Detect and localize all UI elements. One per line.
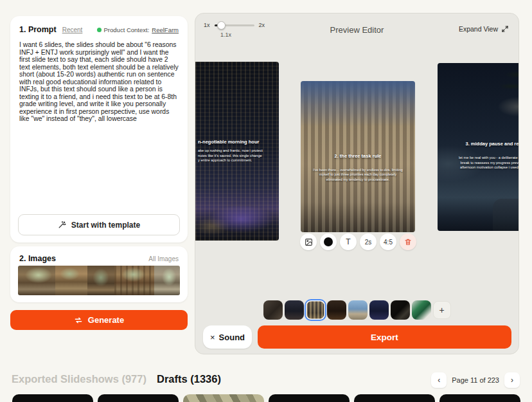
images-card: 2. Images All Images (10, 246, 188, 302)
expand-icon (501, 25, 509, 33)
slide-1-body: ake up rushing and frantic. now i protec… (198, 149, 263, 163)
image-thumbnail[interactable] (55, 266, 87, 295)
slide-preview-1[interactable]: n-negotiable morning hour ake up rushing… (195, 62, 279, 241)
image-thumbnail[interactable] (154, 266, 180, 295)
prompt-section-title: 1. Prompt (19, 25, 57, 34)
prompt-card: 1. Prompt Recent Product Context: ReelFa… (10, 16, 188, 242)
product-context-label: Product Context: (104, 26, 150, 33)
generate-button-label: Generate (88, 315, 124, 325)
slide-preview-2-active[interactable]: 2. the three task rule i've been there..… (301, 81, 415, 232)
slide-2-body: i've been there... overwhelmed by endles… (304, 168, 412, 182)
duration-button[interactable]: 2s (360, 233, 377, 250)
add-slide-button[interactable]: + (433, 301, 451, 319)
slide-toolbar: T 2s 4:5 (300, 233, 416, 250)
start-with-template-button[interactable]: Start with template (18, 214, 180, 235)
slide-thumbnail-7[interactable] (391, 300, 410, 320)
slide-1-title: n-negotiable morning hour (198, 139, 259, 145)
change-image-button[interactable] (300, 233, 317, 250)
all-images-link[interactable]: All Images (148, 255, 179, 262)
palm-tree-silhouette (497, 63, 519, 121)
tab-drafts[interactable]: Drafts (1336) (157, 373, 221, 385)
draft-card[interactable] (183, 394, 264, 402)
slide-thumbnail-8[interactable] (412, 300, 431, 320)
images-card-header: 2. Images All Images (10, 246, 188, 263)
magic-wand-icon (58, 221, 66, 229)
product-context: Product Context: ReelFarm (97, 26, 179, 33)
export-button[interactable]: Export (258, 325, 511, 349)
export-button-label: Export (371, 333, 398, 342)
images-strip[interactable] (18, 266, 180, 295)
draft-card[interactable] (354, 394, 435, 402)
draft-card[interactable] (269, 394, 350, 402)
suv-silhouette (493, 199, 519, 231)
slide-3-body: let me be real with you - a deliberate 1… (440, 156, 519, 170)
slide-2-title: 2. the three task rule (301, 153, 415, 159)
draft-card[interactable] (98, 394, 179, 402)
slide-thumbnail-6[interactable] (369, 300, 389, 320)
prev-page-button[interactable]: ‹ (431, 372, 447, 388)
aspect-ratio-button[interactable]: 4:5 (380, 233, 396, 250)
close-icon: × (210, 333, 215, 342)
trash-icon (404, 238, 412, 246)
black-color-swatch-icon (324, 237, 333, 246)
pagination: ‹ Page 11 of 223 › (431, 372, 520, 388)
slide-thumbnail-2[interactable] (285, 300, 304, 320)
app-screen: 1. Prompt Recent Product Context: ReelFa… (0, 0, 532, 402)
library-tabs: Exported Slideshows (977) Drafts (1336) (12, 373, 221, 385)
image-thumbnail[interactable] (114, 266, 154, 295)
template-button-label: Start with template (71, 221, 140, 230)
prompt-textarea[interactable]: I want 6 slides, the slides should be ab… (10, 34, 188, 123)
recent-link[interactable]: Recent (62, 26, 83, 33)
expand-view-button[interactable]: Expand View (459, 25, 509, 33)
slide-thumbnail-strip: + (195, 300, 519, 320)
draft-card[interactable] (12, 394, 93, 402)
slide-preview-3[interactable]: 3. midday pause and re let me be real wi… (438, 63, 519, 231)
image-thumbnail[interactable] (18, 266, 55, 295)
product-context-link[interactable]: ReelFarm (152, 26, 179, 33)
pagination-label: Page 11 of 223 (452, 376, 499, 384)
sound-button-label: Sound (219, 333, 245, 342)
generate-button[interactable]: Generate (10, 310, 188, 330)
slide-thumbnail-1[interactable] (263, 300, 283, 320)
delete-slide-button[interactable] (400, 233, 416, 250)
repeat-icon (74, 316, 83, 325)
tab-exported-slideshows[interactable]: Exported Slideshows (977) (12, 373, 146, 385)
slide-3-title: 3. midday pause and re (438, 141, 519, 147)
expand-view-label: Expand View (459, 25, 498, 33)
drafts-grid (12, 394, 520, 402)
prompt-card-header: 1. Prompt Recent Product Context: ReelFa… (10, 16, 188, 34)
slide-thumbnail-5[interactable] (348, 300, 368, 320)
next-page-button[interactable]: › (504, 372, 520, 388)
slide-thumbnail-4[interactable] (327, 300, 346, 320)
slide-thumbnail-3-selected[interactable] (306, 300, 325, 320)
text-tool-button[interactable]: T (340, 233, 357, 250)
images-section-title: 2. Images (19, 254, 56, 263)
text-color-button[interactable] (320, 233, 337, 250)
status-dot-icon (97, 28, 102, 32)
preview-editor-panel: 1x 2x 1.1x Preview Editor Expand View n-… (195, 13, 519, 354)
draft-card[interactable] (439, 394, 520, 402)
image-thumbnail[interactable] (87, 266, 114, 295)
image-icon (305, 238, 313, 246)
sound-toggle-button[interactable]: × Sound (203, 325, 252, 349)
